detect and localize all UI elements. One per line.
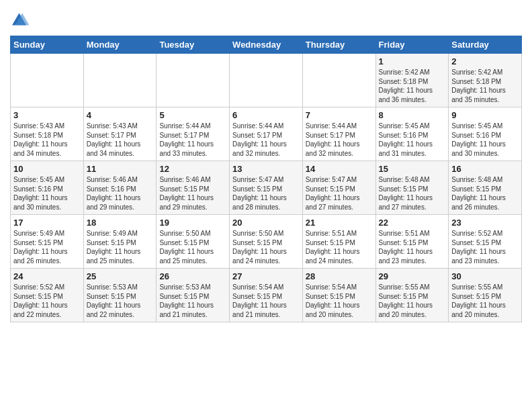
day-number: 3 [13, 110, 81, 120]
calendar-cell: 20Sunrise: 5:50 AM Sunset: 5:15 PM Dayli… [230, 215, 303, 269]
calendar-cell: 10Sunrise: 5:45 AM Sunset: 5:16 PM Dayli… [11, 161, 84, 215]
weekday-wednesday: Wednesday [230, 36, 303, 54]
day-info: Sunrise: 5:45 AM Sunset: 5:16 PM Dayligh… [451, 122, 519, 158]
day-info: Sunrise: 5:44 AM Sunset: 5:17 PM Dayligh… [306, 122, 373, 158]
weekday-sunday: Sunday [11, 36, 84, 54]
calendar-cell: 29Sunrise: 5:55 AM Sunset: 5:15 PM Dayli… [375, 269, 449, 322]
day-info: Sunrise: 5:50 AM Sunset: 5:15 PM Dayligh… [232, 229, 300, 265]
day-number: 11 [87, 164, 154, 174]
week-row-1: 1Sunrise: 5:42 AM Sunset: 5:18 PM Daylig… [11, 54, 522, 107]
calendar-cell: 27Sunrise: 5:54 AM Sunset: 5:15 PM Dayli… [230, 269, 303, 322]
day-info: Sunrise: 5:47 AM Sunset: 5:15 PM Dayligh… [306, 175, 373, 212]
day-info: Sunrise: 5:45 AM Sunset: 5:16 PM Dayligh… [13, 175, 81, 212]
calendar-cell: 4Sunrise: 5:43 AM Sunset: 5:17 PM Daylig… [83, 107, 157, 161]
day-number: 8 [379, 110, 446, 120]
calendar-cell: 16Sunrise: 5:48 AM Sunset: 5:15 PM Dayli… [449, 161, 522, 215]
day-info: Sunrise: 5:47 AM Sunset: 5:15 PM Dayligh… [232, 175, 300, 212]
day-info: Sunrise: 5:52 AM Sunset: 5:15 PM Dayligh… [451, 229, 519, 265]
day-number: 12 [159, 164, 226, 174]
day-info: Sunrise: 5:44 AM Sunset: 5:17 PM Dayligh… [232, 122, 300, 158]
day-number: 27 [232, 271, 300, 281]
day-info: Sunrise: 5:46 AM Sunset: 5:15 PM Dayligh… [159, 175, 226, 212]
day-number: 29 [379, 271, 446, 281]
day-info: Sunrise: 5:46 AM Sunset: 5:16 PM Dayligh… [87, 175, 154, 212]
day-number: 25 [87, 271, 154, 281]
calendar-cell: 14Sunrise: 5:47 AM Sunset: 5:15 PM Dayli… [302, 161, 375, 215]
weekday-thursday: Thursday [302, 36, 375, 54]
calendar-cell: 18Sunrise: 5:49 AM Sunset: 5:15 PM Dayli… [83, 215, 157, 269]
calendar-cell: 15Sunrise: 5:48 AM Sunset: 5:15 PM Dayli… [375, 161, 449, 215]
day-number: 13 [232, 164, 300, 174]
day-info: Sunrise: 5:53 AM Sunset: 5:15 PM Dayligh… [159, 283, 226, 319]
page: SundayMondayTuesdayWednesdayThursdayFrid… [0, 0, 532, 332]
calendar-cell [157, 54, 230, 107]
day-info: Sunrise: 5:51 AM Sunset: 5:15 PM Dayligh… [379, 229, 446, 265]
day-number: 5 [159, 110, 226, 120]
calendar-cell: 23Sunrise: 5:52 AM Sunset: 5:15 PM Dayli… [449, 215, 522, 269]
day-info: Sunrise: 5:45 AM Sunset: 5:16 PM Dayligh… [379, 122, 446, 158]
calendar-cell: 21Sunrise: 5:51 AM Sunset: 5:15 PM Dayli… [302, 215, 375, 269]
week-row-4: 17Sunrise: 5:49 AM Sunset: 5:15 PM Dayli… [11, 215, 522, 269]
week-row-2: 3Sunrise: 5:43 AM Sunset: 5:18 PM Daylig… [11, 107, 522, 161]
day-info: Sunrise: 5:51 AM Sunset: 5:15 PM Dayligh… [306, 229, 373, 265]
day-info: Sunrise: 5:54 AM Sunset: 5:15 PM Dayligh… [306, 283, 373, 319]
day-number: 4 [87, 110, 154, 120]
day-number: 26 [159, 271, 226, 281]
calendar-cell: 13Sunrise: 5:47 AM Sunset: 5:15 PM Dayli… [230, 161, 303, 215]
calendar-cell: 3Sunrise: 5:43 AM Sunset: 5:18 PM Daylig… [11, 107, 84, 161]
day-number: 19 [159, 218, 226, 228]
day-info: Sunrise: 5:43 AM Sunset: 5:18 PM Dayligh… [13, 122, 81, 158]
calendar-cell: 8Sunrise: 5:45 AM Sunset: 5:16 PM Daylig… [375, 107, 449, 161]
day-info: Sunrise: 5:48 AM Sunset: 5:15 PM Dayligh… [379, 175, 446, 212]
day-number: 2 [451, 56, 519, 66]
calendar-cell: 30Sunrise: 5:55 AM Sunset: 5:15 PM Dayli… [449, 269, 522, 322]
weekday-monday: Monday [83, 36, 157, 54]
day-info: Sunrise: 5:52 AM Sunset: 5:15 PM Dayligh… [13, 283, 81, 319]
day-number: 1 [379, 56, 446, 66]
calendar-cell: 22Sunrise: 5:51 AM Sunset: 5:15 PM Dayli… [375, 215, 449, 269]
calendar-cell: 26Sunrise: 5:53 AM Sunset: 5:15 PM Dayli… [157, 269, 230, 322]
day-info: Sunrise: 5:48 AM Sunset: 5:15 PM Dayligh… [451, 175, 519, 212]
day-info: Sunrise: 5:55 AM Sunset: 5:15 PM Dayligh… [451, 283, 519, 319]
calendar-cell [230, 54, 303, 107]
day-info: Sunrise: 5:42 AM Sunset: 5:18 PM Dayligh… [379, 68, 446, 104]
calendar-cell: 6Sunrise: 5:44 AM Sunset: 5:17 PM Daylig… [230, 107, 303, 161]
logo [10, 10, 33, 30]
day-number: 7 [306, 110, 373, 120]
day-number: 15 [379, 164, 446, 174]
calendar-cell [302, 54, 375, 107]
weekday-friday: Friday [375, 36, 449, 54]
calendar-header: SundayMondayTuesdayWednesdayThursdayFrid… [11, 36, 522, 54]
day-number: 20 [232, 218, 300, 228]
weekday-tuesday: Tuesday [157, 36, 230, 54]
day-number: 16 [451, 164, 519, 174]
week-row-3: 10Sunrise: 5:45 AM Sunset: 5:16 PM Dayli… [11, 161, 522, 215]
calendar-cell: 2Sunrise: 5:42 AM Sunset: 5:18 PM Daylig… [449, 54, 522, 107]
day-info: Sunrise: 5:54 AM Sunset: 5:15 PM Dayligh… [232, 283, 300, 319]
calendar-cell [83, 54, 157, 107]
calendar-cell: 17Sunrise: 5:49 AM Sunset: 5:15 PM Dayli… [11, 215, 84, 269]
day-info: Sunrise: 5:50 AM Sunset: 5:15 PM Dayligh… [159, 229, 226, 265]
weekday-row: SundayMondayTuesdayWednesdayThursdayFrid… [11, 36, 522, 54]
calendar-cell: 5Sunrise: 5:44 AM Sunset: 5:17 PM Daylig… [157, 107, 230, 161]
calendar-cell: 19Sunrise: 5:50 AM Sunset: 5:15 PM Dayli… [157, 215, 230, 269]
day-number: 28 [306, 271, 373, 281]
calendar-cell: 9Sunrise: 5:45 AM Sunset: 5:16 PM Daylig… [449, 107, 522, 161]
logo-icon [10, 10, 30, 30]
day-info: Sunrise: 5:49 AM Sunset: 5:15 PM Dayligh… [87, 229, 154, 265]
header [10, 7, 522, 30]
day-number: 23 [451, 218, 519, 228]
calendar-body: 1Sunrise: 5:42 AM Sunset: 5:18 PM Daylig… [11, 54, 522, 322]
calendar-cell: 24Sunrise: 5:52 AM Sunset: 5:15 PM Dayli… [11, 269, 84, 322]
week-row-5: 24Sunrise: 5:52 AM Sunset: 5:15 PM Dayli… [11, 269, 522, 322]
day-number: 14 [306, 164, 373, 174]
day-number: 22 [379, 218, 446, 228]
day-info: Sunrise: 5:53 AM Sunset: 5:15 PM Dayligh… [87, 283, 154, 319]
day-number: 18 [87, 218, 154, 228]
calendar-cell [11, 54, 84, 107]
day-number: 21 [306, 218, 373, 228]
day-info: Sunrise: 5:49 AM Sunset: 5:15 PM Dayligh… [13, 229, 81, 265]
calendar-table: SundayMondayTuesdayWednesdayThursdayFrid… [10, 36, 522, 322]
day-number: 17 [13, 218, 81, 228]
day-info: Sunrise: 5:42 AM Sunset: 5:18 PM Dayligh… [451, 68, 519, 104]
